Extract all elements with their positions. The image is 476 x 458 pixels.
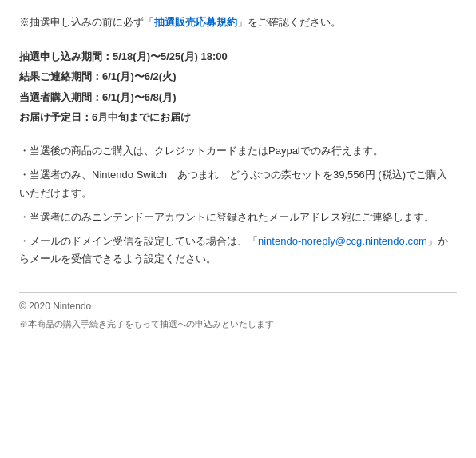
notice-link[interactable]: 抽選販売応募規約 [154, 16, 237, 28]
bullet-item-3: ・当選者にのみニンテンドーアカウントに登録されたメールアドレス宛にご連絡します。 [19, 209, 457, 226]
footer-area: © 2020 Nintendo ※本商品の購入手続き完了をもって抽選への申込みと… [19, 292, 457, 330]
application-period: 抽選申し込み期間：5/18(月)〜5/25(月) 18:00 [19, 47, 457, 66]
copyright: © 2020 Nintendo [19, 301, 457, 312]
bullet-item-1: ・当選後の商品のご購入は、クレジットカードまたはPaypalでのみ行えます。 [19, 142, 457, 160]
notice-line: ※抽選申し込みの前に必ず「抽選販売応募規約」をご確認ください。 [19, 14, 457, 31]
notice-suffix: 」をご確認ください。 [237, 16, 341, 28]
page-wrapper: ※抽選申し込みの前に必ず「抽選販売応募規約」をご確認ください。 抽選申し込み期間… [0, 0, 476, 338]
result-period: 結果ご連絡期間：6/1(月)〜6/2(火) [19, 67, 457, 86]
purchase-period: 当選者購入期間：6/1(月)〜6/8(月) [19, 88, 457, 106]
bullet-item-2: ・当選者のみ、Nintendo Switch あつまれ どうぶつの森セットを39… [19, 166, 457, 201]
bullet4-prefix: ・メールのドメイン受信を設定している場合は、「 [19, 235, 258, 247]
schedule-section: 抽選申し込み期間：5/18(月)〜5/25(月) 18:00 結果ご連絡期間：6… [19, 47, 457, 127]
notice-prefix: ※抽選申し込みの前に必ず「 [19, 16, 154, 28]
footer-note: ※本商品の購入手続き完了をもって抽選への申込みといたします [19, 318, 457, 330]
delivery-date: お届け予定日：6月中旬までにお届け [19, 108, 457, 126]
bullet-item-4: ・メールのドメイン受信を設定している場合は、「nintendo-noreply@… [19, 233, 457, 268]
bullet4-link[interactable]: nintendo-noreply@ccg.nintendo.com [258, 235, 427, 247]
bullets-section: ・当選後の商品のご購入は、クレジットカードまたはPaypalでのみ行えます。 ・… [19, 142, 457, 268]
